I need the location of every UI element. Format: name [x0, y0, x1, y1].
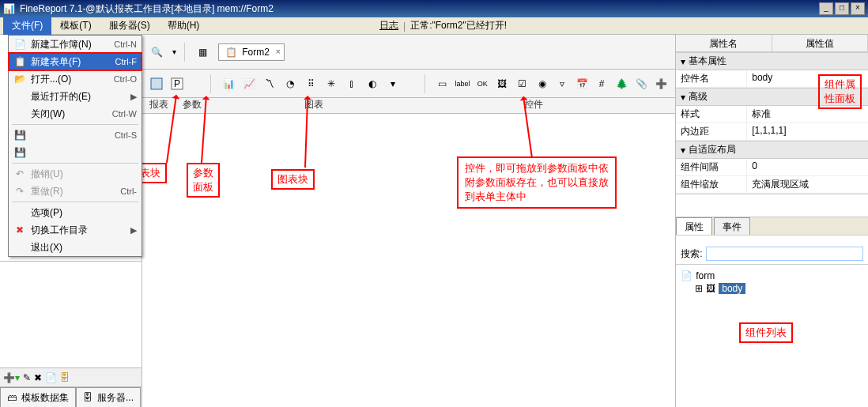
add-icon[interactable]: ➕▾: [3, 372, 20, 383]
prop-gap[interactable]: 0: [747, 159, 868, 175]
menu-help[interactable]: 帮助(H): [159, 17, 209, 35]
widget-textbox-icon[interactable]: ▭: [433, 74, 451, 93]
tab-properties[interactable]: 属性: [676, 217, 712, 235]
status-message: 正常:"Form2"已经打开!: [410, 19, 507, 32]
param-panel-button[interactable]: P: [168, 74, 187, 93]
minimize-button[interactable]: _: [819, 2, 833, 15]
menu-template[interactable]: 模板(T): [51, 17, 100, 35]
maximize-button[interactable]: □: [835, 2, 849, 15]
widget-date-icon[interactable]: 📅: [572, 74, 591, 93]
chart-radar-icon[interactable]: ✳: [322, 74, 341, 93]
widget-more-icon[interactable]: ➕: [652, 74, 670, 93]
tab-form2[interactable]: 📋 Form2 ×: [218, 43, 285, 61]
left-tabs: 🗃模板数据集 🗄服务器...: [0, 386, 142, 407]
preview-icon[interactable]: 🔍: [147, 43, 166, 62]
tree-node-body[interactable]: ⊞🖼body: [681, 282, 863, 295]
grid-icon[interactable]: ▦: [193, 43, 212, 62]
widget-combo-icon[interactable]: ▿: [553, 74, 571, 93]
menu-item: ↶撤销(U): [9, 165, 142, 183]
chart-more-icon[interactable]: ▾: [383, 74, 402, 93]
log-link[interactable]: 日志: [379, 19, 398, 32]
svg-rect-0: [151, 78, 162, 89]
widget-number-icon[interactable]: #: [593, 74, 611, 93]
dataset-toolbar: ➕▾ ✎ ✖ 📄 🗄: [0, 367, 142, 386]
menu-item[interactable]: 最近打开的(E)▶: [9, 88, 142, 105]
tab-server-dataset[interactable]: 🗄服务器...: [76, 387, 141, 407]
menu-item[interactable]: 📄新建工作簿(N)Ctrl-N: [9, 36, 142, 53]
prop-body: ▾基本属性 控件名body ▾高级 样式标准 内边距[1,1,1,1] ▾自适应…: [676, 52, 868, 194]
prop-padding[interactable]: [1,1,1,1]: [747, 123, 868, 140]
menu-item[interactable]: 关闭(W)Ctrl-W: [9, 105, 142, 122]
edit-icon[interactable]: ✎: [23, 372, 31, 383]
status-top: 日志 | 正常:"Form2"已经打开!: [379, 19, 507, 32]
chart-bar-icon[interactable]: 📊: [219, 74, 238, 93]
menu-item[interactable]: 选项(P): [9, 204, 142, 221]
callout-chart-block: 图表块: [271, 169, 315, 190]
search-input[interactable]: [706, 247, 863, 261]
file-dropdown: 📄新建工作簿(N)Ctrl-N📋新建表单(F)Ctrl-F📂打开...(O)Ct…: [8, 35, 142, 257]
callout-param-panel: 参数 面板: [187, 163, 220, 198]
tree-node-form[interactable]: 📄form: [681, 269, 863, 282]
menu-item: 💾Ctrl-S: [9, 126, 142, 144]
menu-server[interactable]: 服务器(S): [100, 17, 159, 35]
menu-item[interactable]: 退出(X): [9, 239, 142, 256]
component-tree[interactable]: 📄form ⊞🖼body: [676, 265, 868, 300]
dataset-tree[interactable]: [0, 261, 142, 367]
delete-icon[interactable]: ✖: [34, 372, 42, 383]
prop-tabs: 属性 事件: [676, 217, 868, 236]
section-basic[interactable]: ▾基本属性: [676, 52, 868, 70]
close-tab-icon[interactable]: ×: [275, 47, 280, 56]
left-column: 📄新建工作簿(N)Ctrl-N📋新建表单(F)Ctrl-F📂打开...(O)Ct…: [0, 35, 142, 407]
close-button[interactable]: ×: [851, 2, 865, 15]
widget-file-icon[interactable]: 📎: [632, 74, 651, 93]
menu-item: ↷重做(R)Ctrl-: [9, 183, 142, 200]
section-adaptive[interactable]: ▾自适应布局: [676, 141, 868, 159]
search-row: 搜索:: [676, 243, 868, 265]
widget-label-icon[interactable]: label: [453, 74, 471, 93]
titlebar: 📊 FineReport 7.1-@默认报表工作目录[本地目录] mem://F…: [0, 0, 868, 17]
callout-component-list: 组件列表: [739, 322, 793, 343]
menu-item[interactable]: ✖切换工作目录▶: [9, 221, 142, 239]
center-area: 🔍 ▾ ▦ 📋 Form2 × P 📊 📈 〽 ◔: [142, 35, 676, 407]
widget-tree-icon[interactable]: 🌲: [613, 74, 631, 93]
menu-item: 💾: [9, 144, 142, 161]
chart-area-icon[interactable]: 〽: [260, 74, 279, 93]
widget-button-icon[interactable]: OK: [474, 74, 492, 93]
prop-header: 属性名 属性值: [676, 35, 868, 52]
chart-gauge-icon[interactable]: ◐: [363, 74, 382, 93]
prop-scale[interactable]: 充满展现区域: [747, 176, 868, 193]
svg-text:P: P: [174, 78, 180, 89]
chart-pie-icon[interactable]: ◔: [281, 74, 300, 93]
tab-events[interactable]: 事件: [714, 217, 750, 235]
component-toolbar: P 📊 📈 〽 ◔ ⠿ ✳ ⫿ ◐ ▾ ▭ label OK 🖼 ☑: [142, 70, 675, 98]
form-icon: 📋: [225, 47, 237, 58]
group-labels: 报表 参数 图表 控件: [142, 98, 675, 114]
window-title: FineReport 7.1-@默认报表工作目录[本地目录] mem://For…: [20, 2, 274, 16]
widget-radio-icon[interactable]: ◉: [533, 74, 551, 93]
menu-item[interactable]: 📂打开...(O)Ctrl-O: [9, 70, 142, 88]
chart-scatter-icon[interactable]: ⠿: [301, 74, 320, 93]
callout-prop-panel: 组件属 性面板: [818, 74, 862, 109]
report-block-button[interactable]: [147, 74, 166, 93]
tab-template-dataset[interactable]: 🗃模板数据集: [0, 387, 76, 407]
menu-item[interactable]: 📋新建表单(F)Ctrl-F: [9, 53, 142, 70]
widget-checkbox-icon[interactable]: ☑: [513, 74, 531, 93]
copy-icon[interactable]: 📄: [45, 372, 57, 383]
top-toolbar: 🔍 ▾ ▦ 📋 Form2 ×: [142, 35, 675, 70]
widget-image-icon[interactable]: 🖼: [493, 74, 511, 93]
menu-file[interactable]: 文件(F): [3, 17, 51, 35]
db-icon[interactable]: 🗄: [60, 372, 70, 383]
chart-line-icon[interactable]: 📈: [240, 74, 259, 93]
chart-stock-icon[interactable]: ⫿: [342, 74, 361, 93]
callout-widget: 控件，即可拖放到参数面板中依 附参数面板存在，也可以直接放 到表单主体中: [457, 156, 617, 209]
app-icon: 📊: [3, 3, 15, 14]
